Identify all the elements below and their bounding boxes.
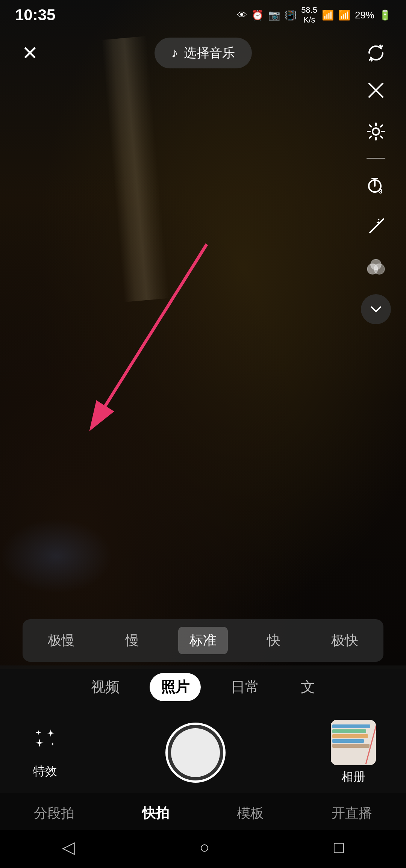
speed-selector: 极慢 慢 标准 快 极快 (23, 619, 383, 662)
speed-item-fast[interactable]: 快 (256, 627, 292, 654)
nav-live[interactable]: 开直播 (324, 800, 380, 826)
more-options-button[interactable] (361, 294, 391, 324)
color-filter-button[interactable] (361, 253, 391, 283)
nav-quick-shoot[interactable]: 快拍 (135, 800, 177, 826)
nav-segmented-shoot[interactable]: 分段拍 (26, 800, 82, 826)
camera-icon: 📷 (268, 9, 280, 21)
battery-icon: 🔋 (379, 9, 391, 21)
right-sidebar: 3 ✦ ✦ ✦ (361, 75, 391, 324)
svg-text:3: 3 (379, 188, 382, 195)
svg-point-16 (371, 259, 381, 270)
flash-off-button[interactable] (361, 75, 391, 105)
timer-button[interactable]: 3 (361, 170, 391, 200)
refresh-button[interactable] (361, 38, 391, 68)
svg-point-4 (373, 128, 379, 135)
album-thumbnail (331, 720, 376, 765)
bottom-panel: 极慢 慢 标准 快 极快 视频 照片 日常 文 (0, 619, 406, 868)
close-icon: ✕ (22, 42, 38, 64)
shutter-button[interactable] (165, 723, 226, 783)
recents-button[interactable]: □ (334, 838, 344, 857)
wifi-icon: 📶 (322, 9, 334, 21)
effects-button[interactable]: 特效 (30, 726, 60, 780)
vibrate-icon: 📳 (285, 9, 297, 21)
speed-item-standard[interactable]: 标准 (178, 627, 228, 654)
back-button[interactable]: ◁ (62, 838, 75, 857)
battery-level: 29% (355, 9, 374, 21)
flash-off-icon (366, 80, 386, 100)
chevron-down-icon (368, 302, 383, 317)
close-button[interactable]: ✕ (15, 38, 45, 68)
top-controls: ✕ ♪ 选择音乐 (0, 30, 406, 76)
album-thumb-content (331, 720, 376, 765)
system-nav: ◁ ○ □ (0, 830, 406, 868)
mode-selector: 视频 照片 日常 文 (0, 665, 406, 709)
color-circles-icon (365, 257, 387, 279)
home-button[interactable]: ○ (199, 838, 209, 857)
magic-wand-icon: ✦ ✦ ✦ (366, 217, 386, 236)
refresh-icon (366, 43, 386, 63)
camera-viewfinder (0, 0, 406, 669)
sidebar-divider (367, 158, 385, 159)
timer-icon: 3 (365, 175, 386, 196)
shutter-inner (171, 728, 220, 777)
bottom-nav: 分段拍 快拍 模板 开直播 (0, 793, 406, 830)
speed-item-very-slow[interactable]: 极慢 (36, 627, 86, 654)
gear-icon (366, 122, 386, 141)
speed-item-very-fast[interactable]: 极快 (320, 627, 370, 654)
alarm-icon: ⏰ (251, 9, 264, 21)
settings-button[interactable] (361, 116, 391, 147)
status-icons: 👁 ⏰ 📷 📳 58.5K/s 📶 📶 29% 🔋 (237, 5, 391, 25)
album-button[interactable]: 相册 (331, 720, 376, 785)
magic-wand-button[interactable]: ✦ ✦ ✦ (361, 212, 391, 242)
speed-item-slow[interactable]: 慢 (114, 627, 150, 654)
status-time: 10:35 (15, 6, 55, 24)
shutter-row: 特效 相册 (0, 709, 406, 793)
network-speed: 58.5K/s (301, 5, 317, 25)
music-select-label: 选择音乐 (184, 44, 235, 62)
mode-photo[interactable]: 照片 (150, 673, 201, 701)
svg-text:✦: ✦ (380, 219, 383, 223)
mode-text[interactable]: 文 (289, 673, 326, 701)
svg-text:✦: ✦ (377, 218, 380, 221)
signal-icon: 📶 (338, 9, 350, 21)
eye-icon: 👁 (237, 9, 247, 21)
music-note-icon: ♪ (171, 45, 178, 61)
status-bar: 10:35 👁 ⏰ 📷 📳 58.5K/s 📶 📶 29% 🔋 (0, 0, 406, 30)
album-label: 相册 (341, 769, 365, 785)
music-select-button[interactable]: ♪ 选择音乐 (155, 38, 252, 68)
effects-label: 特效 (33, 763, 57, 780)
sparkles-icon (30, 726, 60, 759)
mode-video[interactable]: 视频 (80, 673, 131, 701)
mode-daily[interactable]: 日常 (220, 673, 271, 701)
nav-template[interactable]: 模板 (229, 800, 271, 826)
